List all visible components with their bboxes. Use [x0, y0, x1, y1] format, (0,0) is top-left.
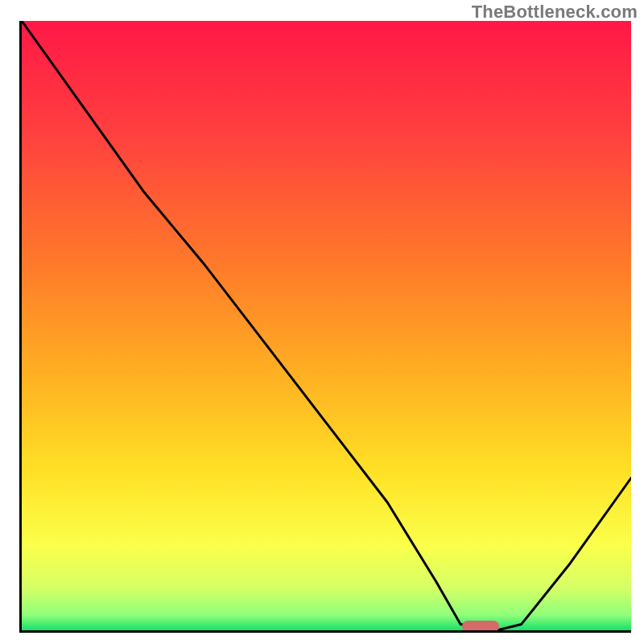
background-gradient	[22, 21, 631, 630]
chart-frame: TheBottleneck.com	[0, 0, 644, 644]
plot-area	[19, 21, 631, 633]
watermark-text: TheBottleneck.com	[472, 2, 638, 23]
svg-rect-0	[22, 21, 631, 630]
